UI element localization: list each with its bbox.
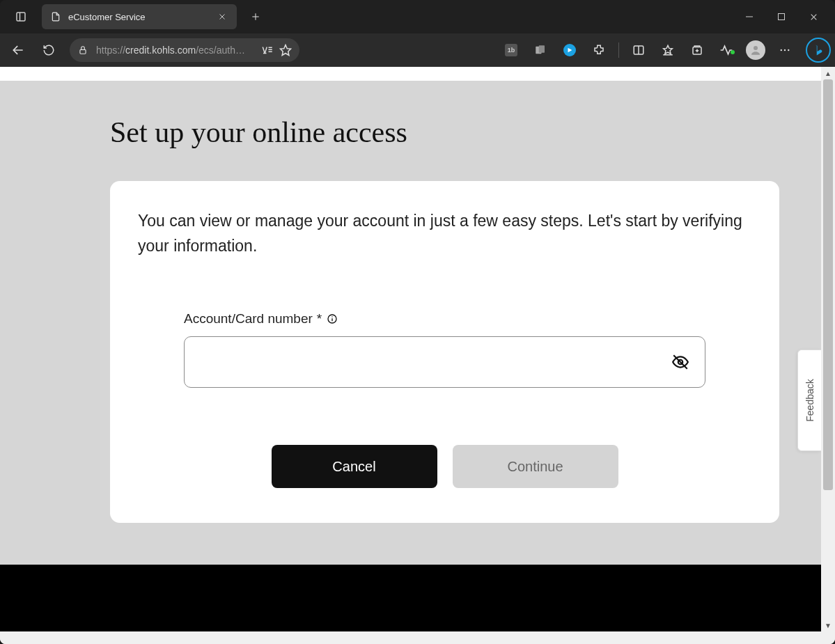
back-button[interactable]	[4, 38, 32, 63]
refresh-button[interactable]	[35, 38, 63, 63]
svg-marker-18	[664, 45, 673, 54]
extensions-button[interactable]	[585, 38, 613, 63]
vertical-scrollbar[interactable]: ▲ ▼	[821, 67, 835, 631]
svg-point-26	[788, 49, 789, 51]
window-controls	[733, 3, 829, 31]
scroll-down-icon[interactable]: ▼	[821, 619, 835, 631]
cancel-button[interactable]: Cancel	[272, 445, 437, 488]
toggle-visibility-button[interactable]	[670, 352, 691, 372]
address-bar[interactable]: https://credit.kohls.com/ecs/auth…	[70, 38, 299, 62]
tab-actions-button[interactable]	[6, 3, 36, 31]
tab-close-button[interactable]	[214, 9, 230, 24]
profile-button[interactable]	[742, 38, 770, 63]
svg-rect-0	[17, 13, 25, 21]
feedback-label: Feedback	[804, 379, 816, 421]
svg-marker-15	[568, 48, 572, 53]
scroll-thumb[interactable]	[823, 79, 833, 490]
reader-mode-icon[interactable]	[260, 43, 274, 57]
page-content: Set up your online access You can view o…	[0, 67, 821, 631]
more-button[interactable]	[771, 38, 799, 63]
svg-point-25	[784, 49, 786, 51]
scroll-up-icon[interactable]: ▲	[821, 67, 835, 79]
svg-point-29	[332, 317, 333, 317]
form-card: You can view or manage your account in j…	[110, 181, 779, 523]
continue-button[interactable]: Continue	[453, 445, 618, 488]
maximize-button[interactable]	[765, 3, 797, 31]
performance-button[interactable]	[712, 38, 740, 63]
extension-1-icon[interactable]: 1b	[497, 38, 525, 63]
bing-chat-button[interactable]	[806, 38, 831, 63]
lock-icon	[77, 44, 89, 56]
titlebar: eCustomer Service	[0, 0, 835, 33]
browser-tab[interactable]: eCustomer Service	[42, 4, 237, 29]
intro-text: You can view or manage your account in j…	[138, 209, 751, 258]
svg-rect-7	[779, 14, 785, 20]
collections-button[interactable]	[683, 38, 711, 63]
extension-2-icon[interactable]	[526, 38, 554, 63]
svg-point-24	[781, 49, 782, 51]
new-tab-button[interactable]	[244, 5, 267, 29]
toolbar: https://credit.kohls.com/ecs/auth… 1b	[0, 33, 835, 67]
account-number-input[interactable]	[198, 337, 662, 387]
account-number-label: Account/Card number*	[184, 311, 705, 327]
account-number-input-wrap	[184, 336, 705, 388]
close-window-button[interactable]	[797, 3, 829, 31]
split-screen-button[interactable]	[625, 38, 653, 63]
feedback-tab[interactable]: Feedback	[797, 350, 821, 451]
minimize-button[interactable]	[733, 3, 765, 31]
page-footer	[0, 565, 821, 631]
favorites-button[interactable]	[654, 38, 682, 63]
svg-rect-14	[539, 45, 545, 53]
info-icon[interactable]	[326, 313, 338, 325]
tab-title: eCustomer Service	[68, 12, 146, 22]
avatar-icon	[746, 40, 765, 60]
browser-window: eCustomer Service	[0, 0, 835, 644]
favorite-icon[interactable]	[279, 43, 292, 57]
address-text: https://credit.kohls.com/ecs/auth…	[96, 45, 253, 56]
toolbar-separator	[618, 42, 619, 58]
page-title: Set up your online access	[110, 116, 821, 149]
svg-point-23	[754, 46, 758, 50]
svg-marker-12	[281, 45, 291, 56]
horizontal-scrollbar[interactable]	[0, 631, 821, 644]
svg-rect-11	[80, 49, 86, 54]
page-icon	[50, 11, 61, 22]
viewport: Set up your online access You can view o…	[0, 67, 835, 644]
tab-actions-icon	[9, 5, 33, 29]
scroll-corner	[821, 631, 835, 644]
button-row: Cancel Continue	[184, 445, 705, 488]
extension-3-icon[interactable]	[556, 38, 584, 63]
